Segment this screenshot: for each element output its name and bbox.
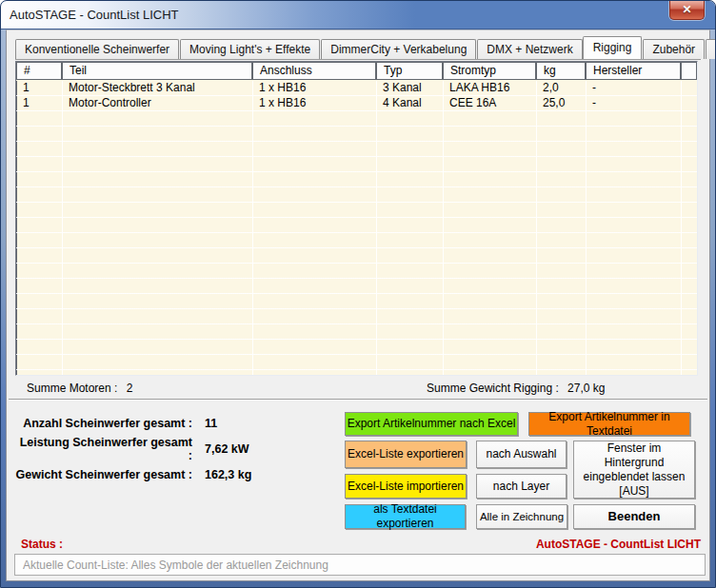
dialog-client-area: Konventionelle Scheinwerfer Moving Light… <box>6 29 710 581</box>
cell-teil: Motor-Steckbrett 3 Kanal <box>62 81 252 96</box>
tab-zubehoer[interactable]: Zubehör <box>643 39 705 59</box>
grid-vline <box>536 81 537 375</box>
summe-gewicht-value: 27,0 kg <box>567 382 605 395</box>
export-artikelnummer-textdatei-button[interactable]: Export Artikelnummer in Textdatei <box>528 412 690 436</box>
cell-typ: 3 Kanal <box>376 81 443 96</box>
anzahl-gesamt-label: Anzahl Scheinwerfer gesamt : <box>15 417 192 430</box>
leistung-gesamt-label: Leistung Scheinwerfer gesamt : <box>15 436 192 462</box>
cell-filler <box>681 96 697 111</box>
cell-typ: 4 Kanal <box>376 96 443 111</box>
table-row[interactable]: 1 Motor-Steckbrett 3 Kanal 1 x HB16 3 Ka… <box>16 81 697 96</box>
gewicht-gesamt-value: 162,3 kg <box>205 468 251 481</box>
grid-vline <box>252 81 253 375</box>
nach-layer-button[interactable]: nach Layer <box>476 474 567 499</box>
close-icon: ✕ <box>682 3 691 16</box>
excel-liste-exportieren-button[interactable]: Excel-Liste exportieren <box>345 441 467 468</box>
status-label: Status : <box>21 538 63 551</box>
cell-stromtyp: LAKA HB16 <box>443 81 536 96</box>
gewicht-gesamt-label: Gewicht Scheinwerfer gesamt : <box>15 468 192 481</box>
cell-number: 1 <box>16 96 62 111</box>
beenden-button[interactable]: Beenden <box>573 504 695 529</box>
excel-liste-importieren-button[interactable]: Excel-Liste importieren <box>345 474 467 499</box>
cell-kg: 25,0 <box>536 96 586 111</box>
grid-vline <box>376 81 377 375</box>
nach-auswahl-button[interactable]: nach Auswahl <box>476 441 567 468</box>
tab-dimmercity-verkabelung[interactable]: DimmerCity + Verkabelung <box>321 39 476 59</box>
leistung-gesamt-value: 7,62 kW <box>205 442 249 456</box>
dialog-window: AutoSTAGE - CountList LICHT ✕ Konvention… <box>0 0 716 588</box>
als-textdatei-exportieren-button[interactable]: als Textdatei exportieren <box>345 504 466 529</box>
tab-moving-lights-effekte[interactable]: Moving Light's + Effekte <box>180 39 320 59</box>
column-header-kg[interactable]: kg <box>536 62 586 80</box>
tab-konventionelle-scheinwerfer[interactable]: Konventionelle Scheinwerfer <box>15 39 179 59</box>
totals-block: Anzahl Scheinwerfer gesamt : 11 Leistung… <box>15 410 334 487</box>
table-header-row: # Teil Anschluss Typ Stromtyp kg Herstel… <box>16 62 697 81</box>
cell-kg: 2,0 <box>536 81 586 96</box>
column-header-hersteller[interactable]: Hersteller <box>586 62 681 80</box>
cell-anschluss: 1 x HB16 <box>252 81 376 96</box>
close-button[interactable]: ✕ <box>669 1 705 20</box>
tab-bar: Konventionelle Scheinwerfer Moving Light… <box>15 36 701 59</box>
tab-projektinfo[interactable]: ProjektInfo <box>706 39 716 59</box>
tab-dmx-netzwerk[interactable]: DMX + Netzwerk <box>477 39 582 59</box>
summe-motoren-label: Summe Motoren : <box>27 382 117 395</box>
cell-hersteller: - <box>586 81 681 96</box>
anzahl-gesamt-value: 11 <box>205 417 217 430</box>
cell-filler <box>681 81 697 96</box>
cell-hersteller: - <box>586 96 681 111</box>
grid-vline <box>443 81 444 375</box>
grid-vline <box>586 81 587 375</box>
cell-stromtyp: CEE 16A <box>443 96 536 111</box>
status-message-input[interactable] <box>14 554 706 576</box>
rigging-table[interactable]: # Teil Anschluss Typ Stromtyp kg Herstel… <box>15 61 698 376</box>
summe-gewicht-label: Summe Gewicht Rigging : <box>427 382 559 395</box>
column-header-number[interactable]: # <box>16 62 62 80</box>
column-header-teil[interactable]: Teil <box>62 62 252 80</box>
cell-number: 1 <box>16 81 62 96</box>
alle-in-zeichnung-button[interactable]: Alle in Zeichnung <box>476 504 567 529</box>
export-artikelnummer-excel-button[interactable]: Export Artikelnummer nach Excel <box>345 412 518 436</box>
titlebar[interactable]: AutoSTAGE - CountList LICHT ✕ <box>1 1 715 29</box>
grid-vline <box>681 81 682 375</box>
column-header-anschluss[interactable]: Anschluss <box>252 62 376 80</box>
grid-vline <box>62 81 63 375</box>
tab-baseline <box>15 59 701 60</box>
summe-motoren-value: 2 <box>127 382 133 395</box>
cell-anschluss: 1 x HB16 <box>252 96 376 111</box>
window-title: AutoSTAGE - CountList LICHT <box>10 8 179 22</box>
table-body[interactable]: 1 Motor-Steckbrett 3 Kanal 1 x HB16 3 Ka… <box>16 81 697 375</box>
cell-teil: Motor-Controller <box>62 96 252 111</box>
column-header-typ[interactable]: Typ <box>376 62 443 80</box>
summary-row: Summe Motoren : 2 Summe Gewicht Rigging … <box>15 379 701 398</box>
column-header-filler <box>681 62 697 80</box>
section-divider <box>9 399 707 401</box>
column-header-stromtyp[interactable]: Stromtyp <box>443 62 536 80</box>
fenster-hintergrund-button[interactable]: Fenster im Hintergrund eingeblendet lass… <box>573 441 695 499</box>
tab-rigging[interactable]: Rigging <box>583 36 643 59</box>
table-row[interactable]: 1 Motor-Controller 1 x HB16 4 Kanal CEE … <box>16 96 697 111</box>
status-app-label: AutoSTAGE - CountList LICHT <box>536 538 701 551</box>
